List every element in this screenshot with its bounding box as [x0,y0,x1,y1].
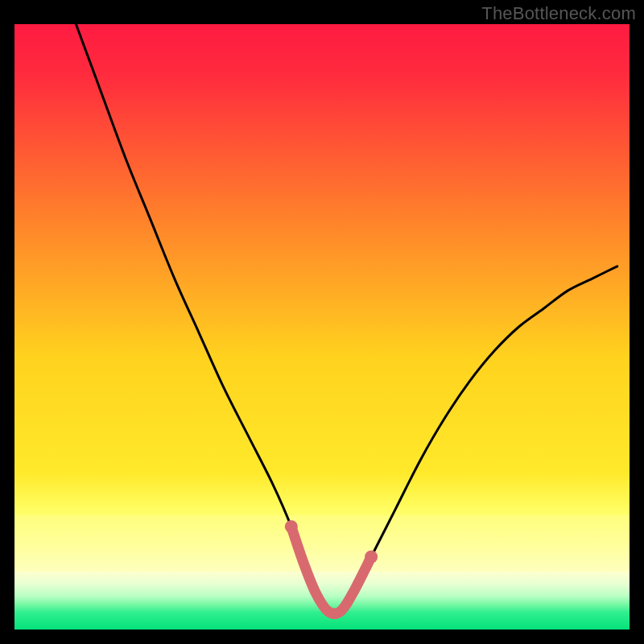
chart-container: TheBottleneck.com [0,0,644,644]
watermark-text: TheBottleneck.com [481,3,636,24]
bottleneck-chart [0,0,644,644]
highlight-dot-right [365,551,378,564]
highlight-dot-left [285,520,298,533]
chart-light-band [14,515,630,572]
